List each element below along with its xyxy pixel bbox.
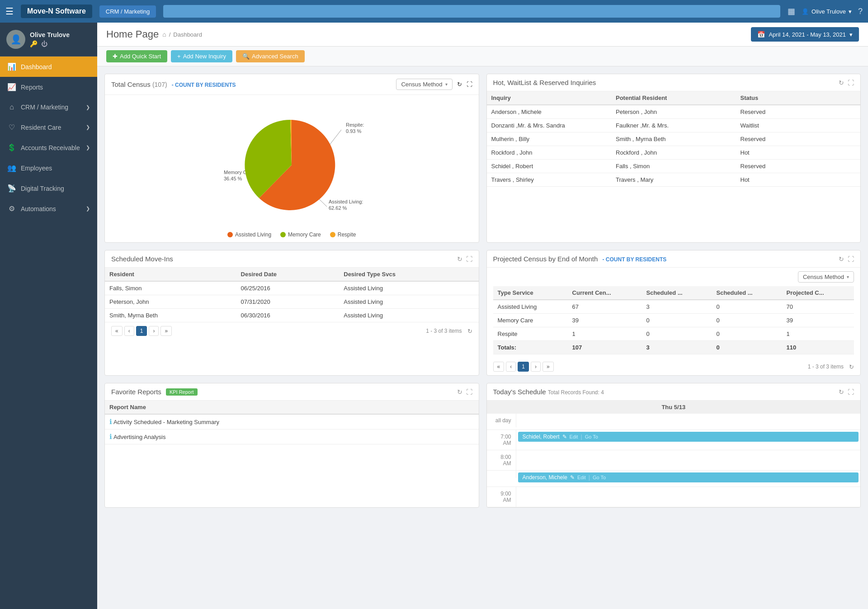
inquiry-cell: Mulherin , Billy (487, 132, 612, 146)
add-quick-start-button[interactable]: ✚ Add Quick Start (106, 50, 167, 62)
sidebar-item-dashboard[interactable]: 📊 Dashboard (0, 57, 97, 77)
key-icon[interactable]: 🔑 (30, 40, 38, 47)
table-row[interactable]: Travers , Shirley Travers , Mary Hot (487, 173, 861, 187)
sidebar-item-employees[interactable]: 👥 Employees (0, 158, 97, 178)
page-1-button[interactable]: 1 (518, 362, 529, 372)
svg-text:36.45 %: 36.45 % (224, 176, 242, 181)
info-icon: ℹ (109, 418, 112, 425)
census-method-dropdown-projected[interactable]: Census Method ▾ (798, 271, 854, 283)
projected-census-tfoot: Totals: 107 3 0 110 (493, 341, 854, 354)
expand-icon[interactable]: ⛶ (466, 388, 472, 396)
user-menu[interactable]: 👤 Olive Trulove ▾ (802, 8, 852, 15)
todays-schedule-actions: ↻ ⛶ (839, 388, 854, 396)
list-item[interactable]: ℹ Advertising Analysis (105, 430, 479, 444)
type-cell: Assisted Living (339, 295, 478, 309)
table-row[interactable]: Respite 1 0 0 1 (493, 327, 854, 341)
pagination-refresh-icon[interactable]: ↻ (467, 328, 472, 335)
advanced-search-button[interactable]: 🔍 Advanced Search (236, 50, 305, 62)
table-row[interactable]: Memory Care 39 0 0 39 (493, 314, 854, 327)
sidebar-item-resident-care[interactable]: ♡ Resident Care ❯ (0, 117, 97, 137)
add-new-inquiry-button[interactable]: + Add New Inquiry (171, 50, 232, 62)
automations-icon: ⚙ (7, 204, 16, 213)
col-inquiry: Inquiry (487, 91, 612, 105)
inquiry-cell: Rockford , John (487, 146, 612, 160)
goto-link[interactable]: Go To (593, 475, 606, 480)
hot-waitlist-thead: Inquiry Potential Resident Status (487, 91, 861, 105)
power-icon[interactable]: ⏻ (41, 40, 47, 47)
sidebar-item-automations[interactable]: ⚙ Automations ❯ (0, 198, 97, 219)
table-row[interactable]: Schidel , Robert Falls , Simon Reserved (487, 160, 861, 173)
sidebar-item-reports[interactable]: 📈 Reports (0, 77, 97, 97)
global-search[interactable] (163, 5, 780, 18)
expand-icon[interactable]: ⛶ (848, 388, 854, 396)
sidebar-item-accounts-receivable[interactable]: 💲 Accounts Receivable ❯ (0, 137, 97, 158)
table-row[interactable]: Falls, Simon 06/25/2016 Assisted Living (105, 281, 479, 295)
page-1-button[interactable]: 1 (136, 326, 147, 336)
edit-link[interactable]: Edit (577, 475, 586, 480)
schedule-event[interactable]: Anderson, Michele ✎ Edit | Go To (518, 472, 859, 482)
prev-page-button[interactable]: ‹ (506, 362, 516, 372)
favorite-reports-header: Favorite Reports KPI Report ↻ ⛶ (105, 383, 479, 401)
hot-waitlist-tbody: Anderson , Michele Peterson , John Reser… (487, 105, 861, 187)
respite-label: Respite (338, 231, 356, 238)
page-title: Home Page (106, 28, 159, 40)
sched1-cell: 3 (642, 300, 712, 314)
edit-icon: ✎ (562, 434, 567, 440)
potential-cell: Rockford , John (611, 146, 736, 160)
sidebar-item-label: Dashboard (21, 63, 52, 71)
resident-care-icon: ♡ (7, 123, 16, 132)
dropdown-arrow-icon: ▾ (445, 82, 448, 87)
expand-icon[interactable]: ⛶ (467, 81, 472, 88)
hamburger-icon[interactable]: ☰ (5, 6, 14, 17)
schedule-event-area: Schidel, Robert ✎ Edit | Go To (516, 430, 861, 444)
schedule-event[interactable]: Schidel, Robert ✎ Edit | Go To (518, 432, 859, 442)
breadcrumb-separator: / (169, 31, 171, 38)
pagination-refresh-icon[interactable]: ↻ (849, 364, 854, 370)
separator: | (589, 474, 590, 481)
expand-icon[interactable]: ⛶ (848, 79, 854, 86)
refresh-icon[interactable]: ↻ (839, 255, 844, 263)
schedule-area: Thu 5/13 all day 7:00 AM Schidel, Robert (487, 401, 861, 507)
last-page-button[interactable]: » (542, 362, 554, 372)
sidebar-item-digital-tracking[interactable]: 📡 Digital Tracking (0, 178, 97, 198)
table-row[interactable]: Mulherin , Billy Smith , Myrna Beth Rese… (487, 132, 861, 146)
resident-cell: Falls, Simon (105, 281, 236, 295)
refresh-icon[interactable]: ↻ (839, 388, 844, 396)
grid-icon[interactable]: ▦ (788, 6, 795, 16)
census-method-dropdown[interactable]: Census Method ▾ (396, 79, 452, 90)
module-label[interactable]: CRM / Marketing (99, 5, 156, 18)
goto-link[interactable]: Go To (585, 434, 598, 439)
totals-sched2: 0 (712, 341, 782, 354)
sidebar-item-label: Employees (21, 165, 52, 172)
expand-icon[interactable]: ⛶ (466, 255, 472, 263)
ar-icon: 💲 (7, 143, 16, 152)
date-range-button[interactable]: 📅 April 14, 2021 - May 13, 2021 ▾ (751, 27, 859, 42)
inquiry-cell: Travers , Shirley (487, 173, 612, 187)
table-row[interactable]: Peterson, John 07/31/2020 Assisted Livin… (105, 295, 479, 309)
calendar-icon: 📅 (757, 31, 765, 38)
first-page-button[interactable]: « (111, 326, 123, 336)
table-row[interactable]: Donzanti ,Mr. & Mrs. Sandra Faulkner ,Mr… (487, 119, 861, 132)
sidebar-item-label: CRM / Marketing (21, 104, 68, 111)
reports-tbody: ℹ Activity Scheduled - Marketing Summary… (105, 414, 479, 444)
sidebar-item-crm[interactable]: ⌂ CRM / Marketing ❯ (0, 97, 97, 117)
refresh-icon[interactable]: ↻ (457, 255, 462, 263)
list-item[interactable]: ℹ Activity Scheduled - Marketing Summary (105, 414, 479, 430)
table-row[interactable]: Anderson , Michele Peterson , John Reser… (487, 105, 861, 119)
pie-chart: Respite: 0.93 % Memory Care: 36.45 % Ass… (215, 99, 368, 226)
table-row[interactable]: Smith, Myrna Beth 06/30/2016 Assisted Li… (105, 309, 479, 322)
next-page-button[interactable]: › (531, 362, 541, 372)
refresh-icon[interactable]: ↻ (839, 79, 844, 86)
refresh-icon[interactable]: ↻ (457, 81, 462, 88)
expand-icon[interactable]: ⛶ (848, 255, 854, 263)
first-page-button[interactable]: « (493, 362, 505, 372)
refresh-icon[interactable]: ↻ (457, 388, 462, 396)
table-row[interactable]: Rockford , John Rockford , John Hot (487, 146, 861, 160)
last-page-button[interactable]: » (160, 326, 172, 336)
event-name: Anderson, Michele (523, 474, 567, 481)
next-page-button[interactable]: › (149, 326, 159, 336)
table-row[interactable]: Assisted Living 67 3 0 70 (493, 300, 854, 314)
prev-page-button[interactable]: ‹ (124, 326, 134, 336)
help-icon[interactable]: ? (858, 7, 863, 16)
edit-link[interactable]: Edit (570, 434, 578, 439)
